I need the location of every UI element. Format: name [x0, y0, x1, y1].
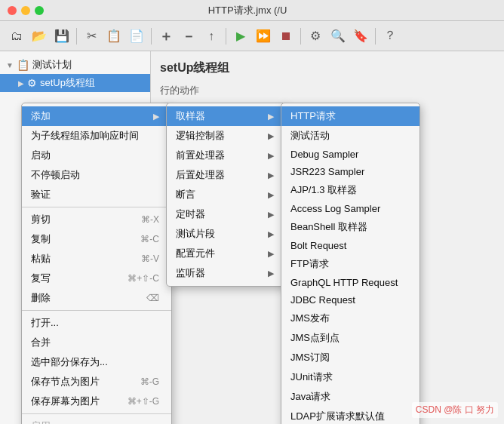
- menu-item-add[interactable]: 添加 ▶: [22, 106, 171, 126]
- shortcut-label: ⌘-V: [141, 253, 159, 264]
- toolbar-sep-3: [226, 28, 226, 45]
- run-button[interactable]: ▶: [230, 26, 251, 47]
- menu-item-ldap-extended[interactable]: LDAP扩展请求默认值: [281, 407, 419, 424]
- menu-item-sampler[interactable]: 取样器 ▶: [167, 106, 286, 126]
- menu-item-jdbc-request[interactable]: JDBC Request: [281, 291, 419, 309]
- run-no-pause-button[interactable]: ⏩: [253, 26, 274, 47]
- menu-item-label: 删除: [31, 291, 51, 305]
- menu-item-label: 定时器: [176, 207, 205, 221]
- toolbar-sep-5: [375, 28, 376, 45]
- menu-item-save-node-image[interactable]: 保存节点为图片 ⌘-G: [22, 372, 171, 392]
- paste-button[interactable]: 📄: [126, 26, 147, 47]
- window-title: HTTP请求.jmx (/U: [208, 4, 287, 17]
- menu-item-delete[interactable]: 删除 ⌫: [22, 288, 171, 308]
- menu-item-validate[interactable]: 验证: [22, 185, 171, 204]
- menu-item-copy[interactable]: 复制 ⌘-C: [22, 229, 171, 249]
- menu-item-cut[interactable]: 剪切 ⌘-X: [22, 210, 171, 229]
- menu-item-listener[interactable]: 监听器 ▶: [167, 263, 286, 283]
- save-button[interactable]: 💾: [51, 26, 72, 47]
- menu-item-label: 选中部分保存为...: [31, 355, 108, 369]
- menu-item-jms-publish[interactable]: JMS发布: [281, 309, 419, 328]
- menu-item-timer[interactable]: 定时器 ▶: [167, 204, 286, 224]
- menu-item-add-response-time[interactable]: 为子线程组添加响应时间: [22, 126, 171, 146]
- tree-item-test-plan[interactable]: ▼ 📋 测试计划: [0, 56, 150, 74]
- menu-item-bolt-request[interactable]: Bolt Request: [281, 237, 419, 254]
- menu-item-test-action[interactable]: 测试活动: [281, 126, 419, 146]
- divider-3: [22, 413, 171, 414]
- new-button[interactable]: 🗂: [6, 26, 27, 47]
- menu-item-jms-point-to-point[interactable]: JMS点到点: [281, 328, 419, 348]
- shortcut-label: ⌘-X: [141, 214, 159, 225]
- arrow-icon: ▶: [18, 79, 24, 88]
- group-icon: ⚙: [27, 77, 37, 89]
- settings-button[interactable]: ⚙: [305, 26, 326, 47]
- menu-item-open[interactable]: 打开...: [22, 313, 171, 333]
- add-button[interactable]: ＋: [155, 26, 177, 47]
- submenu-arrow-icon: ▶: [268, 151, 274, 161]
- menu-item-start[interactable]: 启动: [22, 146, 171, 165]
- tree-item-setup-group[interactable]: ▶ ⚙ setUp线程组: [0, 74, 150, 92]
- context-menu-level2[interactable]: 取样器 ▶ 逻辑控制器 ▶ 前置处理器 ▶ 后置处理器 ▶ 断言 ▶ 定时器 ▶: [166, 103, 287, 287]
- bookmark-button[interactable]: 🔖: [350, 26, 371, 47]
- divider-2: [22, 310, 171, 311]
- menu-item-label: LDAP扩展请求默认值: [290, 410, 385, 423]
- copy-button[interactable]: 📋: [103, 26, 124, 47]
- shortcut-label: ⌘+⇧-C: [128, 273, 159, 284]
- menu-item-access-log-sampler[interactable]: Access Log Sampler: [281, 200, 419, 217]
- menu-item-merge[interactable]: 合并: [22, 333, 171, 352]
- menu-item-label: 为子线程组添加响应时间: [31, 129, 139, 143]
- move-up-button[interactable]: ↑: [201, 26, 222, 47]
- menu-item-post-processor[interactable]: 后置处理器 ▶: [167, 165, 286, 185]
- open-button[interactable]: 📂: [29, 26, 50, 47]
- menu-item-assertion[interactable]: 断言 ▶: [167, 185, 286, 204]
- menu-item-pre-processor[interactable]: 前置处理器 ▶: [167, 146, 286, 165]
- search-button[interactable]: 🔍: [327, 26, 349, 47]
- menu-item-debug-sampler[interactable]: Debug Sampler: [281, 146, 419, 163]
- menu-item-http-request[interactable]: HTTP请求: [281, 106, 419, 126]
- submenu-arrow-icon: ▶: [268, 210, 274, 220]
- stop-button[interactable]: ⏹: [275, 26, 297, 47]
- menu-item-test-fragment[interactable]: 测试片段 ▶: [167, 224, 286, 244]
- context-menu-level1[interactable]: 添加 ▶ 为子线程组添加响应时间 启动 不停顿启动 验证 剪切 ⌘-X 复制: [21, 103, 172, 424]
- menu-item-junit-request[interactable]: JUnit请求: [281, 367, 419, 387]
- toolbar-sep-1: [76, 28, 77, 45]
- menu-item-start-no-pause[interactable]: 不停顿启动: [22, 165, 171, 185]
- menu-item-label: 启动: [31, 149, 51, 162]
- menu-item-graphql-request[interactable]: GraphQL HTTP Request: [281, 274, 419, 291]
- menu-item-logic-controller[interactable]: 逻辑控制器 ▶: [167, 126, 286, 146]
- menu-item-label: 逻辑控制器: [176, 129, 225, 143]
- context-menu-level3[interactable]: HTTP请求 测试活动 Debug Sampler JSR223 Sampler…: [281, 103, 420, 424]
- menu-item-save-screen-image[interactable]: 保存屏幕为图片 ⌘+⇧-G: [22, 392, 171, 411]
- menu-item-label: 合并: [31, 336, 51, 349]
- maximize-button[interactable]: [35, 6, 44, 15]
- close-button[interactable]: [8, 6, 17, 15]
- submenu-arrow-icon: ▶: [268, 171, 274, 180]
- remove-button[interactable]: －: [178, 26, 199, 47]
- menu-item-label: JUnit请求: [290, 370, 333, 384]
- help-button[interactable]: ？: [380, 26, 401, 47]
- menu-item-label: JMS订阅: [290, 351, 330, 364]
- menu-item-duplicate[interactable]: 复写 ⌘+⇧-C: [22, 269, 171, 288]
- arrow-icon: ▼: [6, 61, 14, 69]
- divider-1: [22, 207, 171, 207]
- menu-item-paste[interactable]: 粘贴 ⌘-V: [22, 249, 171, 269]
- toolbar-sep-4: [300, 28, 301, 45]
- action-label: 行的动作: [160, 84, 495, 97]
- minimize-button[interactable]: [21, 6, 30, 15]
- menu-item-config-element[interactable]: 配置元件 ▶: [167, 244, 286, 263]
- menu-item-label: 保存节点为图片: [31, 375, 100, 389]
- menu-item-jsr223-sampler[interactable]: JSR223 Sampler: [281, 163, 419, 180]
- menu-item-save-selected[interactable]: 选中部分保存为...: [22, 352, 171, 372]
- cut-button[interactable]: ✂: [81, 26, 102, 47]
- menu-item-label: JMS点到点: [290, 331, 340, 345]
- menu-item-label: FTP请求: [290, 257, 329, 271]
- submenu-arrow-icon: ▶: [268, 190, 274, 200]
- menu-item-ftp-request[interactable]: FTP请求: [281, 254, 419, 274]
- menu-item-java-request[interactable]: Java请求: [281, 387, 419, 407]
- menu-item-beanshell-sampler[interactable]: BeanShell 取样器: [281, 217, 419, 237]
- titlebar: HTTP请求.jmx (/U: [0, 0, 504, 21]
- menu-item-label: 前置处理器: [176, 149, 225, 162]
- menu-item-jms-subscribe[interactable]: JMS订阅: [281, 348, 419, 367]
- window-controls: [8, 6, 44, 15]
- menu-item-ajp-sampler[interactable]: AJP/1.3 取样器: [281, 180, 419, 200]
